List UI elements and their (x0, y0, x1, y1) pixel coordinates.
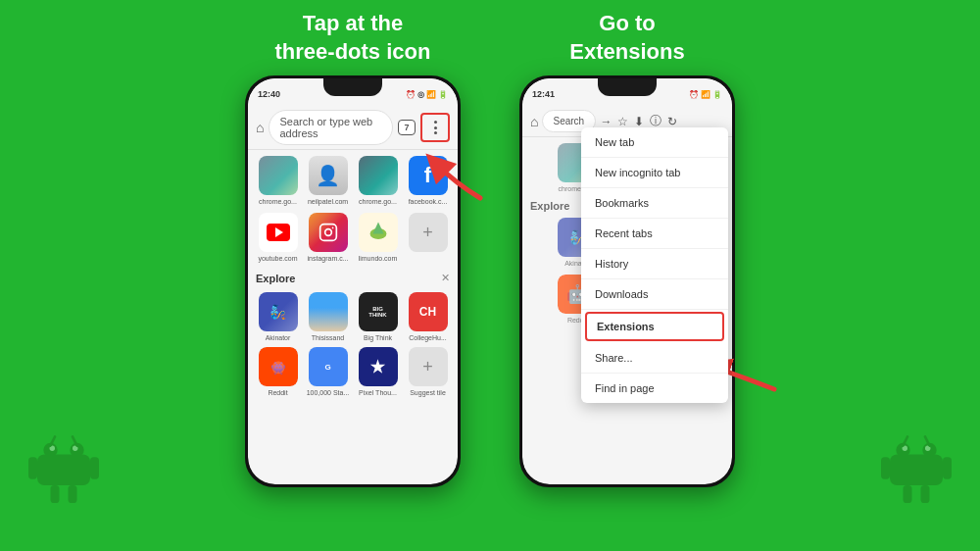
three-dots-button-left[interactable] (423, 116, 447, 139)
thumb-add-sites: + (409, 213, 448, 252)
main-content: Tap at the three-dots icon 12:40 ⏰ (0, 0, 980, 551)
list-item[interactable]: 👤 neilpatel.com (306, 156, 350, 205)
menu-item-incognito[interactable]: New incognito tab (581, 158, 728, 188)
thumb-pixelthoughts-left (359, 347, 398, 386)
explore-grid-left: 🧞 Akinator Thisissand (248, 288, 458, 345)
home-icon-right[interactable]: ⌂ (530, 114, 538, 129)
phone-notch-right (598, 78, 657, 96)
thumb-instagram (309, 213, 348, 252)
svg-rect-5 (51, 485, 60, 503)
right-panel: Go to Extensions 12:41 ⏰ � (519, 10, 735, 487)
thumb-suggest: + (409, 347, 448, 386)
thumb-thisissand-left (309, 292, 348, 331)
phone-notch-left (323, 78, 382, 96)
browser-bar-left[interactable]: ⌂ Search or type web address 7 (248, 106, 458, 150)
site-grid-left-row2: youtube.com (248, 211, 458, 268)
menu-item-extensions[interactable]: Extensions (585, 312, 724, 341)
three-dots-highlight (420, 113, 450, 142)
home-icon-left[interactable]: ⌂ (256, 120, 264, 135)
address-bar-left[interactable]: Search or type web address (269, 110, 393, 145)
list-item[interactable]: G 100,000 Sta... (306, 347, 350, 396)
alarm-icon: ⏰ (406, 90, 416, 99)
tab-count-left[interactable]: 7 (398, 120, 416, 135)
thumb-collegehub-left: CH (409, 292, 448, 331)
svg-rect-16 (904, 485, 912, 503)
explore-close-left[interactable]: ✕ (441, 272, 450, 284)
menu-item-recent-tabs[interactable]: Recent tabs (581, 219, 728, 249)
signal-icon: 📶 (426, 90, 436, 99)
list-item[interactable]: 🧞 Akinator (256, 292, 300, 341)
explore-grid-left-row2: 👾 Reddit G 100,000 Sta... (248, 345, 458, 400)
list-item[interactable]: chrome.go... (356, 156, 400, 205)
panels-container: Tap at the three-dots icon 12:40 ⏰ (0, 0, 980, 487)
thumb-facebook: f (409, 156, 448, 195)
list-item[interactable]: Pixel Thou... (356, 347, 400, 396)
left-phone-wrapper: 12:40 ⏰ ◎ 📶 🔋 ⌂ (245, 75, 461, 487)
thumb-youtube (259, 213, 298, 252)
list-item[interactable]: CH CollegeHu... (406, 292, 450, 341)
thumb-chrome1 (259, 156, 298, 195)
list-item[interactable]: limundo.com (356, 213, 400, 262)
thumb-akinator-left: 🧞 (259, 292, 298, 331)
refresh-icon[interactable]: ↻ (667, 115, 677, 128)
site-grid-left: chrome.go... 👤 neilpatel.com (248, 150, 458, 211)
svg-text:👾: 👾 (270, 361, 286, 376)
svg-point-23 (324, 229, 331, 236)
list-item[interactable]: BIGTHINK Big Think (356, 292, 400, 341)
menu-item-history[interactable]: History (581, 249, 728, 279)
list-item[interactable]: chrome.go... (256, 156, 300, 205)
address-text-right: Search (553, 116, 584, 126)
bookmark-icon[interactable]: ☆ (617, 115, 628, 128)
thumb-neilpatel: 👤 (309, 156, 348, 195)
menu-item-bookmarks[interactable]: Bookmarks (581, 188, 728, 219)
thumb-bigthink-left: BIGTHINK (359, 292, 398, 331)
svg-rect-22 (319, 225, 336, 241)
list-item[interactable]: + (406, 213, 450, 262)
time-left: 12:40 (258, 89, 280, 99)
right-panel-title: Go to Extensions (569, 10, 684, 66)
left-panel: Tap at the three-dots icon 12:40 ⏰ (245, 10, 461, 487)
download-icon[interactable]: ⬇ (634, 115, 644, 128)
svg-point-24 (331, 227, 333, 229)
thumb-chrome2 (359, 156, 398, 195)
address-text-left: Search or type web address (279, 116, 372, 139)
menu-item-find-in-page[interactable]: Find in page (581, 374, 728, 403)
menu-item-downloads[interactable]: Downloads (581, 279, 728, 310)
svg-rect-17 (921, 485, 930, 503)
battery-icon-right: 🔋 (712, 90, 722, 99)
right-phone-screen: 12:41 ⏰ 📶 🔋 ⌂ Search (522, 78, 732, 484)
list-item[interactable]: Thisissand (306, 292, 350, 341)
list-item[interactable]: f facebook.c... (406, 156, 450, 205)
left-phone-screen: 12:40 ⏰ ◎ 📶 🔋 ⌂ (248, 78, 458, 484)
right-phone-wrapper: 12:41 ⏰ 📶 🔋 ⌂ Search (519, 75, 735, 487)
menu-item-new-tab[interactable]: New tab (581, 127, 728, 158)
svg-rect-6 (69, 485, 77, 503)
list-item[interactable]: + Suggest tile (406, 347, 450, 396)
menu-item-share[interactable]: Share... (581, 343, 728, 374)
alarm-icon-right: ⏰ (689, 90, 699, 99)
list-item[interactable]: youtube.com (256, 213, 300, 262)
left-panel-title: Tap at the three-dots icon (275, 10, 431, 66)
thumb-100kstars: G (309, 347, 348, 386)
dropdown-menu: New tab New incognito tab Bookmarks Rece… (581, 127, 728, 403)
list-item[interactable]: instagram.c... (306, 213, 350, 262)
forward-icon[interactable]: → (600, 115, 612, 128)
list-item[interactable]: 👾 Reddit (256, 347, 300, 396)
right-phone: 12:41 ⏰ 📶 🔋 ⌂ Search (519, 75, 735, 487)
battery-icon: 🔋 (438, 90, 448, 99)
explore-header-left: Explore ✕ (248, 268, 458, 288)
time-right: 12:41 (532, 89, 555, 99)
svg-marker-26 (372, 223, 383, 234)
explore-title-left: Explore (256, 273, 295, 284)
thumb-reddit-left: 👾 (259, 347, 298, 386)
signal-icon-right: 📶 (701, 90, 710, 99)
location-icon: ◎ (417, 90, 424, 99)
left-phone: 12:40 ⏰ ◎ 📶 🔋 ⌂ (245, 75, 461, 487)
thumb-limundo (359, 213, 398, 252)
